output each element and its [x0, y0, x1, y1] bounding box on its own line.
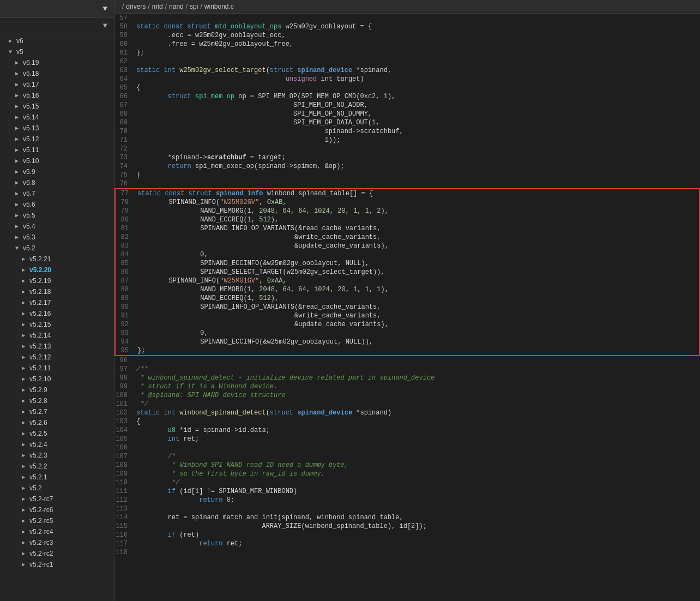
sidebar-item-v5-16[interactable]: ▶v5.16 [0, 90, 114, 101]
sidebar-item-v5-2-15[interactable]: ▶v5.2.15 [0, 319, 114, 330]
code-text [136, 548, 700, 549]
table-row: 82 &write_cache_variants, [116, 233, 699, 242]
breadcrumb-part-nand[interactable]: nand [169, 3, 184, 10]
sidebar-item-v5-9[interactable]: ▶v5.9 [0, 166, 114, 177]
code-text: SPI_MEM_OP_NO_ADDR, [136, 101, 700, 109]
line-number: 104 [114, 426, 136, 434]
sidebar-item-v5-2-9[interactable]: ▶v5.2.9 [0, 384, 114, 395]
sidebar-item-v5-2-rc7[interactable]: ▶v5.2-rc7 [0, 494, 114, 504]
sidebar-item-v5-2-rc2[interactable]: ▶v5.2-rc2 [0, 548, 114, 559]
sidebar-item-v5-2-4[interactable]: ▶v5.2.4 [0, 439, 114, 450]
breadcrumb-part-drivers[interactable]: drivers [126, 3, 146, 10]
code-text: } [136, 171, 700, 179]
sidebar-item-v5-8[interactable]: ▶v5.8 [0, 177, 114, 188]
breadcrumb-sep3: / [186, 3, 188, 10]
filter-icon[interactable]: ▼ [101, 21, 108, 29]
sidebar-item-v5-4[interactable]: ▶v5.4 [0, 221, 114, 232]
breadcrumb-part-mtd[interactable]: mtd [152, 3, 163, 10]
table-row: 83 &update_cache_variants), [116, 242, 699, 250]
sidebar-item-v5-2-5[interactable]: ▶v5.2.5 [0, 428, 114, 439]
sidebar-item-v5-2-20[interactable]: ▶v5.2.20 [0, 265, 114, 275]
table-row: 57 [114, 14, 700, 22]
sidebar-item-v5-2-8[interactable]: ▶v5.2.8 [0, 395, 114, 406]
table-row: 109 * so the first byte in raw_id is dum… [114, 470, 700, 478]
sidebar-item-v5-2-16[interactable]: ▶v5.2.16 [0, 308, 114, 319]
arrow-icon: ▶ [15, 223, 23, 230]
sidebar-item-v5-7[interactable]: ▶v5.7 [0, 188, 114, 199]
code-text: if (id[1] != SPINAND_MFR_WINBOND) [136, 487, 700, 495]
sidebar-item-v5-2-6[interactable]: ▶v5.2.6 [0, 417, 114, 428]
table-row: 61 }; [114, 49, 700, 57]
breadcrumb-part-file[interactable]: winbond.c [204, 3, 234, 10]
breadcrumb-part-spi[interactable]: spi [190, 3, 198, 10]
line-number: 96 [114, 356, 136, 364]
sidebar-item-v5-6[interactable]: ▶v5.6 [0, 199, 114, 210]
table-row: 79 NAND_MEMORG(1, 2048, 64, 64, 1024, 20… [116, 207, 699, 215]
chevron-down-icon[interactable]: ▼ [103, 4, 107, 13]
sidebar-header: ▼ [0, 0, 114, 18]
sidebar-item-v5-19[interactable]: ▶v5.19 [0, 57, 114, 68]
sidebar-item-v5-5[interactable]: ▶v5.5 [0, 210, 114, 221]
sidebar-item-v5-12[interactable]: ▶v5.12 [0, 134, 114, 145]
sidebar-item-label: v5.2.9 [29, 386, 47, 394]
sidebar-item-v5-11[interactable]: ▶v5.11 [0, 145, 114, 155]
sidebar-item-v5-2-14[interactable]: ▶v5.2.14 [0, 330, 114, 341]
sidebar-item-v5-2-rc5[interactable]: ▶v5.2-rc5 [0, 515, 114, 526]
sidebar-item-label: v5.18 [23, 70, 39, 77]
sidebar-item-label: v5.3 [23, 233, 35, 241]
code-area[interactable]: 57 58 static const struct mtd_ooblayout_… [114, 14, 700, 601]
table-row: 72 [114, 145, 700, 153]
code-text: */ [136, 400, 700, 408]
sidebar-item-v5-2-12[interactable]: ▶v5.2.12 [0, 352, 114, 363]
table-row: 103 { [114, 417, 700, 426]
sidebar-item-v5-2-parent[interactable]: ▼v5.2 [0, 243, 114, 254]
sidebar-item-v5-2-rc6[interactable]: ▶v5.2-rc6 [0, 504, 114, 515]
arrow-icon: ▶ [22, 474, 29, 480]
sidebar-item-v5-2-19[interactable]: ▶v5.2.19 [0, 275, 114, 286]
sidebar-item-v5-18[interactable]: ▶v5.18 [0, 68, 114, 79]
sidebar-item-label: v5.2 [29, 484, 42, 492]
arrow-icon: ▶ [22, 561, 29, 568]
sidebar-item-label: v5.7 [23, 190, 35, 197]
sidebar-item-v5-2-10[interactable]: ▶v5.2.10 [0, 374, 114, 384]
sidebar-item-v5-2-18[interactable]: ▶v5.2.18 [0, 286, 114, 297]
sidebar-item-v5-14[interactable]: ▶v5.14 [0, 112, 114, 123]
arrow-icon: ▶ [22, 278, 29, 284]
code-text: int ret; [136, 435, 700, 443]
sidebar-item-v5[interactable]: ▼ v5 [0, 46, 114, 57]
sidebar-item-v5-3[interactable]: ▶v5.3 [0, 232, 114, 243]
sidebar-item-label: v5.4 [23, 223, 35, 230]
sidebar-item-v5-2-21[interactable]: ▶v5.2.21 [0, 254, 114, 265]
sidebar-item-v5-17[interactable]: ▶v5.17 [0, 79, 114, 90]
table-row: 93 0, [116, 329, 699, 338]
sidebar-item-v5-15[interactable]: ▶v5.15 [0, 101, 114, 112]
line-number: 79 [116, 207, 137, 215]
code-text: struct spi_mem_op op = SPI_MEM_OP(SPI_ME… [136, 92, 700, 100]
arrow-icon: ▶ [15, 125, 23, 131]
code-text: &update_cache_variants), [137, 320, 699, 328]
sidebar-item-v5-2-7[interactable]: ▶v5.2.7 [0, 406, 114, 417]
sidebar-item-v5-2-rc1[interactable]: ▶v5.2-rc1 [0, 559, 114, 570]
code-text: spinand->scratchbuf, [136, 127, 700, 135]
table-row: 74 return spi_mem_exec_op(spinand->spime… [114, 162, 700, 171]
code-text: 0, [137, 250, 699, 259]
line-number: 85 [116, 259, 137, 267]
sidebar-item-v5-10[interactable]: ▶v5.10 [0, 155, 114, 166]
arrow-icon: ▶ [22, 376, 29, 382]
sidebar-item-v5-2-rc3[interactable]: ▶v5.2-rc3 [0, 537, 114, 548]
sidebar-item-v5-2-rc4[interactable]: ▶v5.2-rc4 [0, 526, 114, 537]
sidebar-item-v5-2-13[interactable]: ▶v5.2.13 [0, 341, 114, 352]
sidebar-item-v5-2-3[interactable]: ▶v5.2.3 [0, 450, 114, 461]
line-number: 71 [114, 136, 136, 144]
sidebar-item-v5-13[interactable]: ▶v5.13 [0, 123, 114, 134]
code-text: SPINAND_ECCINFO(&w25m02gv_ooblayout, NUL… [137, 338, 699, 346]
breadcrumb-separator: / [122, 3, 124, 10]
sidebar-item-v5-2-2[interactable]: ▶v5.2.2 [0, 461, 114, 472]
sidebar-item-v5-2[interactable]: ▶v5.2 [0, 483, 114, 494]
sidebar-item-v6[interactable]: ▶ v6 [0, 35, 114, 46]
code-text: ARRAY_SIZE(winbond_spinand_table), id[2]… [136, 522, 700, 530]
sidebar-item-v5-2-11[interactable]: ▶v5.2.11 [0, 363, 114, 374]
sidebar-item-v5-2-17[interactable]: ▶v5.2.17 [0, 297, 114, 308]
code-text: static int winbond_spinand_detect(struct… [136, 408, 700, 417]
sidebar-item-v5-2-1[interactable]: ▶v5.2.1 [0, 472, 114, 483]
